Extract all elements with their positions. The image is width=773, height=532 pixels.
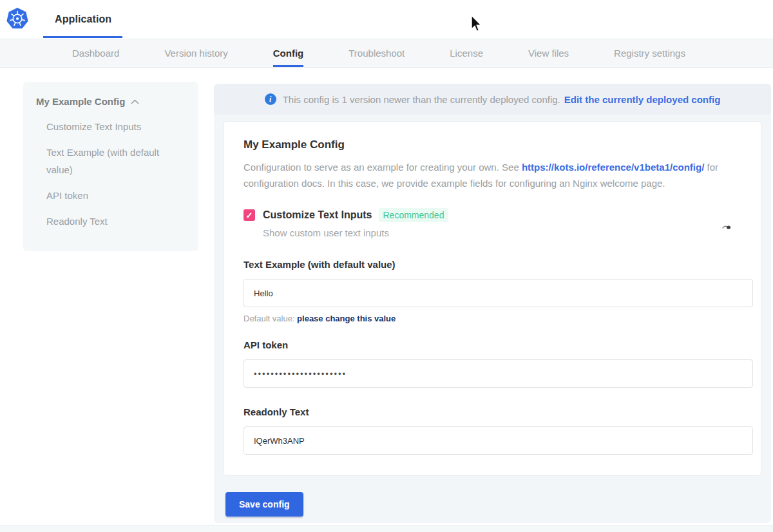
tab-view-files[interactable]: View files bbox=[528, 39, 569, 67]
sidebar-item-readonly-text[interactable]: Readonly Text bbox=[46, 213, 178, 230]
tab-registry-settings[interactable]: Registry settings bbox=[614, 39, 685, 67]
config-group-description: Configuration to serve as an example for… bbox=[243, 159, 741, 191]
sidebar-item-api-token[interactable]: API token bbox=[46, 187, 178, 204]
version-info-banner: i This config is 1 version newer than th… bbox=[214, 84, 771, 115]
customize-text-inputs-label[interactable]: Customize Text Inputs bbox=[263, 209, 372, 221]
config-main-area: i This config is 1 version newer than th… bbox=[214, 84, 771, 523]
kots-admin-console: { "header": { "app_tab_label": "Applicat… bbox=[0, 0, 773, 532]
app-header: Application bbox=[0, 0, 773, 39]
edit-deployed-config-link[interactable]: Edit the currently deployed config bbox=[564, 94, 721, 105]
customize-text-inputs-checkbox[interactable]: ✓ bbox=[243, 209, 255, 221]
recommended-badge: Recommended bbox=[379, 208, 449, 222]
readonly-text-input[interactable] bbox=[243, 426, 753, 455]
info-icon: i bbox=[265, 93, 276, 105]
sidebar-item-text-example[interactable]: Text Example (with default value) bbox=[46, 144, 178, 178]
tab-application[interactable]: Application bbox=[55, 0, 111, 39]
sidebar-group-title: My Example Config bbox=[36, 96, 125, 107]
kots-reference-link[interactable]: https://kots.io/reference/v1beta1/config… bbox=[522, 162, 704, 173]
api-token-label: API token bbox=[243, 339, 741, 352]
sidebar-group-toggle[interactable]: My Example Config bbox=[36, 96, 186, 107]
banner-text: This config is 1 version newer than the … bbox=[283, 94, 560, 105]
sidebar-item-list: Customize Text Inputs Text Example (with… bbox=[36, 118, 186, 230]
chevron-up-icon bbox=[131, 99, 139, 104]
default-value-label: Default value: bbox=[243, 314, 297, 323]
save-config-button[interactable]: Save config bbox=[225, 492, 303, 517]
config-group-title: My Example Config bbox=[243, 138, 741, 151]
tab-version-history[interactable]: Version history bbox=[164, 39, 227, 67]
save-config-row: Save config bbox=[214, 476, 771, 532]
tab-license[interactable]: License bbox=[450, 39, 483, 67]
default-value-text: please change this value bbox=[297, 314, 396, 323]
sidebar-item-customize-text-inputs[interactable]: Customize Text Inputs bbox=[46, 118, 178, 135]
app-subnav: Dashboard Version history Config Trouble… bbox=[0, 39, 773, 68]
description-text-before: Configuration to serve as an example for… bbox=[243, 162, 522, 173]
text-example-input[interactable] bbox=[243, 279, 753, 307]
config-form-card: My Example Config Configuration to serve… bbox=[224, 121, 761, 476]
footer-strip bbox=[0, 525, 773, 532]
readonly-text-label: Readonly Text bbox=[243, 406, 741, 419]
tab-dashboard[interactable]: Dashboard bbox=[72, 39, 119, 67]
kubernetes-logo-icon[interactable] bbox=[6, 7, 29, 30]
customize-text-inputs-row: ✓ Customize Text Inputs Recommended bbox=[243, 208, 741, 222]
tab-application-active-indicator bbox=[43, 36, 122, 38]
text-example-default-hint: Default value: please change this value bbox=[243, 314, 741, 323]
tab-troubleshoot[interactable]: Troubleshoot bbox=[348, 39, 405, 67]
customize-text-inputs-help: Show custom user text inputs bbox=[263, 226, 741, 240]
tab-config[interactable]: Config bbox=[273, 39, 303, 67]
text-example-label: Text Example (with default value) bbox=[243, 258, 741, 271]
config-sidebar: My Example Config Customize Text Inputs … bbox=[23, 82, 198, 251]
api-token-input[interactable] bbox=[243, 359, 753, 388]
